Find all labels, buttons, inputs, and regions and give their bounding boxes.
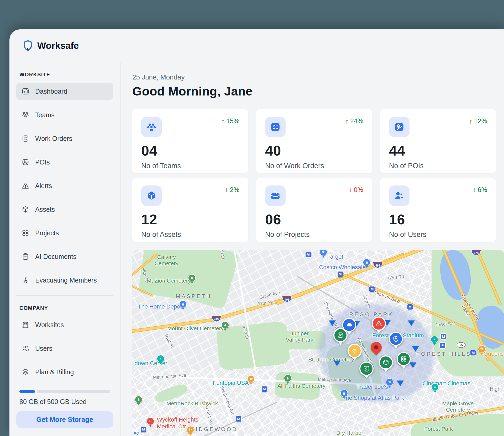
- mount-olivet-pin[interactable]: [221, 321, 229, 331]
- app-body: WORKSITEDashboardTeamsWork OrdersPOIsAle…: [9, 62, 504, 436]
- stat-label: No of Teams: [141, 162, 239, 170]
- mt-zion-pin[interactable]: [188, 274, 196, 284]
- sidebar-item-plan-billing[interactable]: Plan & Billing: [16, 364, 113, 380]
- poi-pin-tail: [190, 281, 193, 284]
- subway-station-icon: M: [235, 416, 242, 422]
- marker-tail: [393, 345, 398, 349]
- home-depot-pin[interactable]: [179, 300, 187, 310]
- selected-location-pin[interactable]: [371, 342, 382, 353]
- map-label: FOREST HILLS: [416, 351, 471, 357]
- alerts-icon: [22, 182, 29, 190]
- poi-pin-circle: [188, 274, 196, 282]
- stat-card-no-of-users: ↑ 6% 16 No of Users: [380, 178, 496, 242]
- costco-pin[interactable]: [363, 258, 371, 268]
- map-label: MetroRock Bushwick: [166, 400, 218, 407]
- metrorock-pin[interactable]: [135, 396, 143, 406]
- map-label: Dry Harbor: [336, 430, 363, 436]
- svg-text:495: 495: [285, 298, 289, 301]
- map-label: Juniper Valley Park: [286, 330, 313, 343]
- map-label: Trader Joe's: [356, 384, 388, 390]
- sidebar-item-users[interactable]: Users: [16, 340, 113, 357]
- map-label: REGO PARK: [349, 311, 393, 317]
- subway-station-icon: M: [440, 333, 447, 340]
- poi-pin-circle: [157, 355, 165, 363]
- worksafe-marker-wifi-icon[interactable]: [348, 344, 362, 360]
- interstate-shield-495: 495: [211, 315, 222, 324]
- stat-card-no-of-teams: ↑ 15% 04 No of Teams: [132, 109, 248, 173]
- marker-tail: [338, 341, 343, 345]
- trend-badge: ↑ 15%: [221, 117, 239, 125]
- storage-progress-track: [37, 390, 110, 393]
- down-center-pin[interactable]: [157, 355, 165, 365]
- worksafe-marker-checklist-icon[interactable]: [359, 361, 374, 378]
- poi-pin-circle: [431, 383, 439, 391]
- poi-pin-circle: [340, 389, 348, 397]
- subway-station-icon: M: [261, 386, 267, 392]
- poi-pin-circle: [284, 374, 292, 382]
- svg-text:495: 495: [375, 264, 380, 267]
- ai-documents-icon: [22, 253, 29, 260]
- target-pin[interactable]: [319, 250, 327, 258]
- poi-pin-tail: [189, 433, 192, 435]
- direction-triangle-icon: [412, 346, 419, 352]
- funtopia-pin[interactable]: [247, 375, 255, 385]
- poi-pin-circle: H: [146, 417, 154, 425]
- worksafe-marker-grid-icon[interactable]: [397, 352, 411, 369]
- trend-badge: ↑ 12%: [469, 117, 487, 125]
- poi-pin-tail: [286, 381, 289, 384]
- worksafe-marker-cube-icon[interactable]: [379, 355, 393, 372]
- worksafe-marker-shield-icon[interactable]: [389, 332, 403, 349]
- trend-badge: ↑ 2%: [225, 186, 239, 194]
- sidebar-item-evacuating-members[interactable]: Evacuating Members: [16, 272, 113, 289]
- sidebar-item-dashboard[interactable]: Dashboard: [16, 83, 113, 100]
- trend-badge: ↓ 0%: [349, 186, 363, 194]
- map-label: Calvary Cemetery: [155, 254, 178, 267]
- marker-head: [389, 332, 403, 346]
- stadium-pin[interactable]: [430, 336, 438, 345]
- poi-pin-tail: [343, 397, 346, 399]
- map-label: The Home Depot: [138, 304, 182, 310]
- map-label: Queens: [484, 350, 504, 357]
- hospital-pin[interactable]: H: [146, 417, 154, 427]
- app-header: Worksafe: [9, 29, 504, 62]
- map-label: MASPETH: [176, 293, 212, 299]
- assets-icon: [141, 185, 162, 206]
- map-label: Costco Wholesale: [319, 264, 365, 270]
- sidebar-item-teams[interactable]: Teams: [16, 107, 113, 123]
- projects-icon: [22, 229, 29, 237]
- poi-pin-circle: [247, 375, 255, 383]
- sidebar-item-assets[interactable]: Assets: [16, 201, 113, 218]
- sidebar-item-alerts[interactable]: Alerts: [16, 177, 113, 194]
- sidebar-item-pois[interactable]: POIs: [16, 154, 113, 171]
- polos-pin[interactable]: [186, 426, 194, 435]
- map-label: St. John Cemetery: [308, 357, 354, 363]
- atlas-park-pin[interactable]: [340, 389, 348, 399]
- get-more-storage-button[interactable]: Get More Storage: [16, 411, 113, 428]
- plan-billing-icon: [22, 368, 29, 376]
- stat-value: 06: [265, 211, 363, 227]
- stat-card-no-of-projects: ↓ 0% 06 No of Projects: [256, 178, 372, 242]
- poi-pin-tail: [480, 353, 483, 355]
- evacuating-members-icon: [22, 276, 29, 284]
- stats-grid: ↑ 15% 04 No of Teams ↑ 24% 40 No of Work…: [132, 109, 496, 242]
- sidebar-item-ai-documents[interactable]: AI Documents: [16, 248, 113, 265]
- storage-progress-fill: [19, 390, 35, 393]
- all-faiths-pin[interactable]: [284, 374, 292, 384]
- pois-icon: [22, 158, 29, 166]
- poi-pin-circle: [363, 258, 371, 266]
- queens-restaurant-pin[interactable]: [478, 345, 486, 355]
- map[interactable]: Calvary CemeteryMt Zion CemeteryMASPETHT…: [132, 250, 504, 436]
- worksafe-marker-poi-icon[interactable]: [333, 328, 348, 345]
- trader-joes-pin[interactable]: [386, 378, 393, 388]
- direction-triangle-icon: [334, 360, 340, 366]
- poi-pin-circle: [386, 378, 393, 386]
- sidebar-item-worksites[interactable]: Worksites: [16, 316, 113, 333]
- sidebar-item-projects[interactable]: Projects: [16, 225, 113, 241]
- direction-triangle-icon: [329, 321, 336, 326]
- worksafe-marker-alert-icon[interactable]: [372, 317, 386, 333]
- pois-icon: [389, 117, 410, 137]
- cinemart-pin[interactable]: [431, 383, 439, 393]
- stat-label: No of Projects: [265, 231, 363, 239]
- subway-station-icon: M: [470, 350, 476, 356]
- sidebar-item-work-orders[interactable]: Work Orders: [16, 130, 113, 147]
